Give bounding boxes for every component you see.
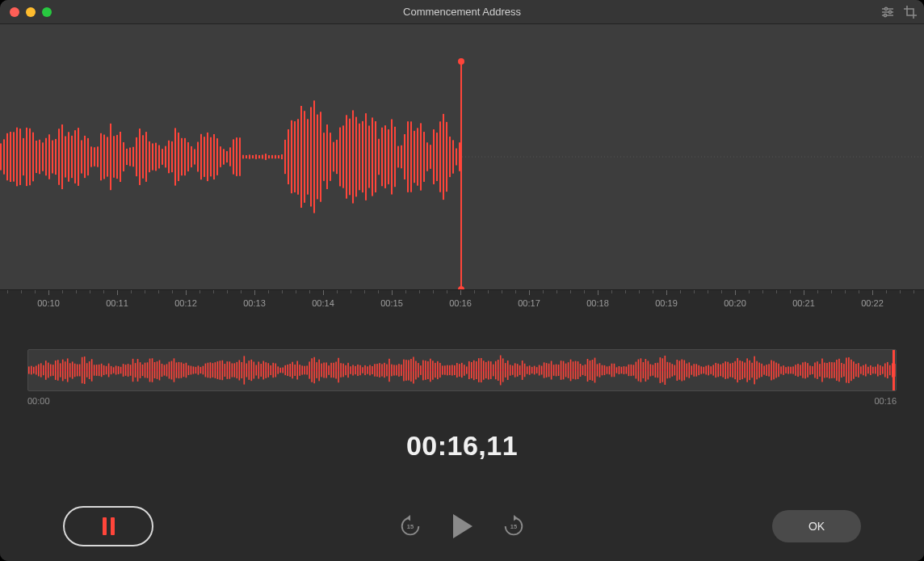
svg-rect-129 <box>394 127 396 187</box>
skip-back-15-button[interactable]: 15 <box>398 514 422 538</box>
svg-rect-145 <box>446 122 447 192</box>
minimize-window-button[interactable] <box>26 7 36 17</box>
svg-rect-140 <box>430 145 431 169</box>
svg-rect-321 <box>439 363 441 378</box>
svg-rect-313 <box>420 365 422 375</box>
svg-rect-102 <box>307 119 309 194</box>
svg-rect-487 <box>841 363 842 378</box>
svg-rect-199 <box>145 363 146 378</box>
waveform-zoom-view[interactable] <box>0 24 924 289</box>
svg-text:15: 15 <box>510 523 517 530</box>
svg-rect-67 <box>194 149 195 164</box>
svg-rect-122 <box>372 117 373 196</box>
svg-rect-416 <box>670 362 671 378</box>
svg-rect-483 <box>831 362 833 378</box>
svg-rect-332 <box>466 366 468 373</box>
ruler-tick-label: 00:19 <box>655 298 678 308</box>
svg-rect-430 <box>703 367 704 373</box>
svg-rect-271 <box>318 360 320 382</box>
time-ruler[interactable]: 00:1000:1100:1200:1300:1400:1500:1600:17… <box>0 289 924 322</box>
svg-rect-424 <box>688 362 690 378</box>
svg-rect-473 <box>807 363 808 378</box>
svg-rect-469 <box>797 364 799 377</box>
svg-rect-120 <box>365 113 367 200</box>
skip-forward-15-button[interactable]: 15 <box>502 514 526 538</box>
svg-rect-196 <box>137 359 139 382</box>
svg-rect-239 <box>242 362 243 378</box>
svg-rect-453 <box>758 363 760 378</box>
svg-rect-309 <box>410 359 412 382</box>
svg-rect-153 <box>33 367 35 373</box>
svg-rect-182 <box>103 365 105 375</box>
svg-rect-319 <box>435 363 436 378</box>
svg-rect-455 <box>763 365 765 374</box>
svg-rect-312 <box>418 363 419 378</box>
settings-icon[interactable] <box>880 5 895 19</box>
svg-rect-170 <box>74 364 76 378</box>
svg-rect-223 <box>203 366 204 375</box>
svg-rect-53 <box>149 141 150 172</box>
svg-rect-60 <box>171 141 173 172</box>
svg-rect-498 <box>867 367 869 373</box>
svg-rect-203 <box>154 362 156 378</box>
svg-rect-179 <box>96 365 98 376</box>
svg-rect-378 <box>578 361 579 379</box>
svg-rect-443 <box>734 361 736 379</box>
svg-rect-444 <box>737 358 738 382</box>
svg-rect-98 <box>294 121 296 192</box>
svg-rect-135 <box>414 131 415 183</box>
svg-rect-452 <box>756 361 758 380</box>
svg-rect-420 <box>679 361 681 379</box>
svg-rect-75 <box>220 146 221 167</box>
svg-rect-426 <box>693 364 695 377</box>
svg-rect-338 <box>481 358 482 382</box>
svg-rect-44 <box>120 132 121 182</box>
svg-rect-347 <box>502 358 504 382</box>
svg-rect-373 <box>565 364 567 378</box>
svg-rect-273 <box>323 363 325 378</box>
playhead[interactable] <box>460 61 462 289</box>
svg-rect-106 <box>320 112 321 201</box>
svg-rect-51 <box>142 135 144 178</box>
svg-rect-447 <box>744 362 746 378</box>
svg-rect-482 <box>829 362 830 378</box>
svg-rect-45 <box>123 142 124 171</box>
pause-button[interactable] <box>63 506 153 546</box>
titlebar: Commencement Address <box>0 0 924 24</box>
svg-rect-415 <box>667 362 669 378</box>
svg-rect-56 <box>158 146 160 169</box>
svg-rect-228 <box>215 362 216 378</box>
crop-icon[interactable] <box>903 5 918 19</box>
svg-rect-316 <box>427 361 429 379</box>
svg-rect-270 <box>316 362 317 378</box>
ruler-tick-label: 00:12 <box>174 298 197 308</box>
svg-point-1 <box>884 7 887 10</box>
svg-rect-417 <box>672 364 674 377</box>
svg-rect-387 <box>599 363 601 378</box>
overview-playhead[interactable] <box>892 349 895 391</box>
ruler-tick-label: 00:16 <box>449 298 472 308</box>
svg-rect-141 <box>433 129 435 184</box>
play-button[interactable] <box>450 512 474 540</box>
svg-rect-359 <box>531 367 533 373</box>
svg-rect-322 <box>442 365 443 374</box>
svg-rect-214 <box>181 362 183 378</box>
svg-rect-158 <box>45 361 47 380</box>
close-window-button[interactable] <box>10 7 19 17</box>
svg-rect-222 <box>200 367 202 373</box>
svg-rect-419 <box>677 360 678 381</box>
ruler-tick-label: 00:10 <box>37 298 60 308</box>
svg-rect-341 <box>488 361 489 379</box>
waveform-overview[interactable] <box>27 349 897 391</box>
ruler-tick-label: 00:13 <box>243 298 266 308</box>
svg-rect-388 <box>602 365 603 376</box>
ok-button[interactable]: OK <box>772 510 861 542</box>
svg-rect-96 <box>288 129 289 184</box>
svg-rect-396 <box>621 367 623 373</box>
svg-rect-459 <box>773 361 775 380</box>
fullscreen-window-button[interactable] <box>42 7 52 17</box>
svg-rect-401 <box>633 365 635 375</box>
svg-rect-131 <box>401 146 402 168</box>
svg-rect-233 <box>227 361 229 379</box>
svg-rect-294 <box>374 364 376 376</box>
